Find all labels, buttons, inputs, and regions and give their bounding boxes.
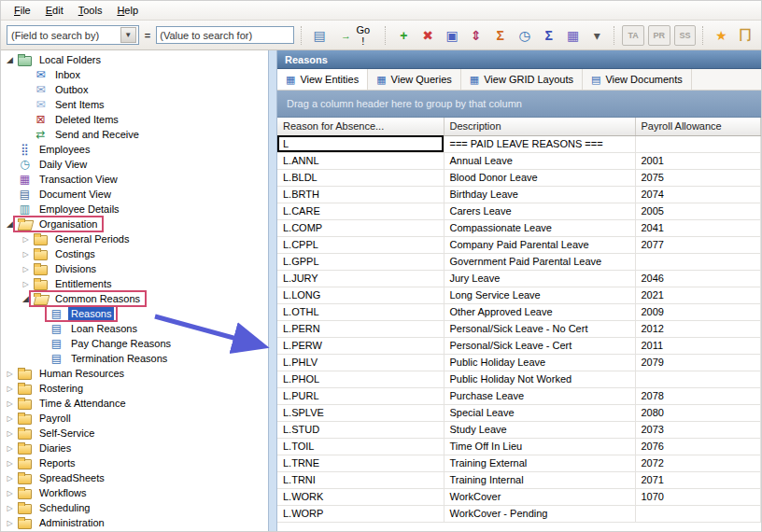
expander-icon[interactable]: ▷ [21,250,31,259]
cell-allowance[interactable]: 2012 [635,320,761,337]
expander-icon[interactable]: ▷ [5,385,15,393]
tree-item-sent-items[interactable]: ✉Sent Items [1,97,268,112]
expander-icon[interactable]: ▷ [5,459,15,468]
tree-item-entitlements[interactable]: ▷Entitlements [1,276,268,291]
cell-description[interactable]: Birthday Leave [444,186,635,203]
tab-view-grid-layouts[interactable]: ▦View GRID Layouts [461,69,583,90]
cell-allowance[interactable]: 2075 [635,169,761,186]
expander-icon[interactable]: ◢ [5,219,15,229]
tree-item-deleted-items[interactable]: ⊠Deleted Items [1,112,268,127]
chevron-down-icon[interactable]: ▼ [120,27,136,43]
cell-description[interactable]: Public Holiday Leave [444,354,635,371]
tree-item-general-periods[interactable]: ▷General Periods [1,231,268,246]
tree-item-diaries[interactable]: ▷Diaries [1,441,268,455]
expander-icon[interactable]: ▷ [5,474,15,483]
group-by-bar[interactable]: Drag a column header here to group by th… [277,91,761,118]
tree-item-self-service[interactable]: ▷Self-Service [1,426,268,441]
expander-icon[interactable]: ◢ [21,294,31,303]
expander-icon[interactable]: ▷ [5,414,15,423]
tab-view-entities[interactable]: ▦View Entities [277,69,368,90]
cell-description[interactable]: Carers Leave [444,203,635,219]
cell-description[interactable]: Special Leave [444,404,635,421]
tree-item-costings[interactable]: ▷Costings [1,246,268,261]
cell-code[interactable]: L.PHLV [277,354,444,371]
sum-filter-icon[interactable]: Σ [490,24,511,47]
menu-item-edit[interactable]: Edit [38,3,71,18]
cell-allowance[interactable]: 2001 [635,152,761,169]
cell-description[interactable]: Personal/Sick Leave - Cert [444,337,635,354]
tree-item-human-resources[interactable]: ▷Human Resources [1,366,268,381]
grid-layout-icon[interactable]: ▦ [563,24,584,47]
tree-item-payroll[interactable]: ▷Payroll [1,411,268,426]
tree-item-pay-change-reasons[interactable]: ▤Pay Change Reasons [1,336,268,351]
tree-item-reports[interactable]: ▷Reports [1,455,268,470]
cell-code[interactable]: L.PERW [277,337,444,354]
cell-description[interactable]: Time Off In Lieu [444,438,635,455]
cell-description[interactable]: Training External [444,455,635,471]
cell-allowance[interactable] [635,253,761,270]
org-chart-icon[interactable]: ⼌ [735,24,755,47]
tab-view-documents[interactable]: ▤View Documents [583,69,692,90]
tree-item-rostering[interactable]: ▷Rostering [1,381,268,396]
sort-icon[interactable]: ⇕ [466,24,487,47]
cell-allowance[interactable]: 2071 [635,471,761,488]
cell-allowance[interactable]: 2046 [635,270,761,287]
cell-description[interactable]: Annual Leave [444,152,635,169]
cell-description[interactable]: WorkCover - Pending [444,505,635,522]
tree-item-reasons[interactable]: ▤Reasons [1,306,268,321]
cell-allowance[interactable]: 2021 [635,287,761,303]
cell-allowance[interactable]: 2079 [635,354,761,371]
cell-allowance[interactable] [635,505,761,522]
cell-description[interactable]: === PAID LEAVE REASONS === [444,135,635,152]
cell-description[interactable]: Public Holiday Not Worked [444,371,635,387]
cell-description[interactable]: Other Approved Leave [444,303,635,320]
field-search-select[interactable]: (Field to search by)▼ [7,25,139,45]
cell-allowance[interactable]: 2077 [635,236,761,253]
cell-code[interactable]: L.COMP [277,219,444,236]
cell-allowance[interactable] [635,371,761,387]
tree-item-termination-reasons[interactable]: ▤Termination Reasons [1,351,268,366]
expander-icon[interactable]: ▷ [21,265,31,273]
cell-code[interactable]: L.PURL [277,387,444,404]
expander-icon[interactable]: ▷ [21,280,31,288]
menu-item-file[interactable]: File [7,3,38,18]
panel-splitter[interactable] [268,50,277,532]
expander-icon[interactable]: ▷ [21,235,31,244]
cell-allowance[interactable]: 2080 [635,404,761,421]
world-clock-icon[interactable]: ◷ [515,24,535,47]
cell-allowance[interactable]: 2076 [635,438,761,455]
tree-item-employees[interactable]: ⣿Employees [1,142,268,157]
cell-description[interactable]: Jury Leave [444,270,635,287]
cell-allowance[interactable]: 1070 [635,488,761,505]
cell-description[interactable]: Company Paid Parental Leave [444,236,635,253]
cell-code[interactable]: L.CPPL [277,236,444,253]
tree-item-loan-reasons[interactable]: ▤Loan Reasons [1,321,268,336]
tree-item-scheduling[interactable]: ▷Scheduling [1,500,268,515]
expander-icon[interactable]: ▷ [5,429,15,438]
cell-code[interactable]: L.OTHL [277,303,444,320]
tree-item-document-view[interactable]: ▤Document View [1,187,268,202]
expander-icon[interactable]: ▷ [5,519,15,527]
cell-allowance[interactable]: 2041 [635,219,761,236]
menu-item-tools[interactable]: Tools [71,3,110,18]
tree-item-time-attendance[interactable]: ▷Time & Attendance [1,396,268,411]
cell-description[interactable]: Personal/Sick Leave - No Cert [444,320,635,337]
expander-icon[interactable]: ▷ [5,370,15,378]
cell-allowance[interactable]: 2009 [635,303,761,320]
cell-code[interactable]: L.PHOL [277,371,444,387]
cell-code[interactable]: L.PERN [277,320,444,337]
tree-item-transaction-view[interactable]: ▦Transaction View [1,172,268,187]
cell-allowance[interactable]: 2074 [635,186,761,203]
tree-item-workflows[interactable]: ▷Workflows [1,485,268,500]
expander-icon[interactable]: ▷ [5,399,15,408]
tree-item-send-and-receive[interactable]: ⇄Send and Receive [1,127,268,142]
add-record-icon[interactable]: + [393,24,414,47]
tab-view-queries[interactable]: ▦View Queries [368,69,461,90]
tree-item-daily-view[interactable]: ◷Daily View [1,157,268,172]
sum-icon[interactable]: Σ [539,24,559,47]
tree-item-common-reasons[interactable]: ◢Common Reasons [1,291,268,306]
tree-item-divisions[interactable]: ▷Divisions [1,261,268,276]
cell-code[interactable]: L.WORP [277,505,444,522]
cell-code[interactable]: L.WORK [277,488,444,505]
cell-allowance[interactable]: 2073 [635,421,761,438]
